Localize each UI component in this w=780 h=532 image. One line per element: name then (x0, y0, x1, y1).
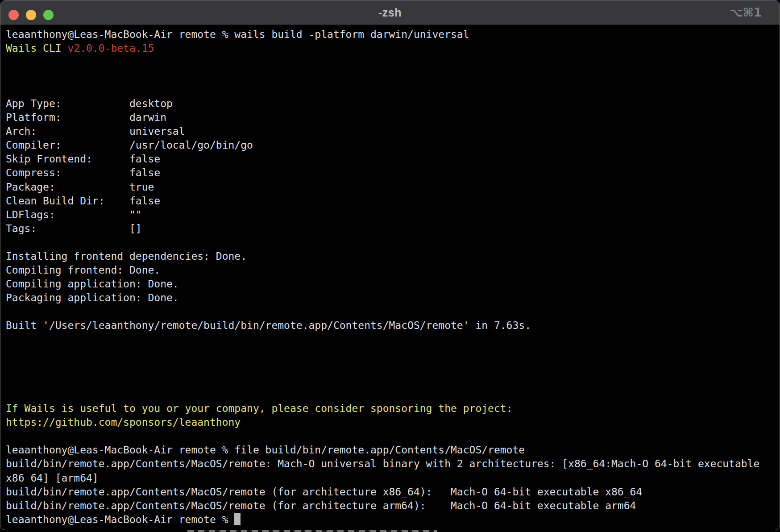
terminal-cursor (234, 513, 241, 525)
terminal-text-segment: build/bin/remote.app/Contents/MacOS/remo… (6, 500, 636, 511)
window-title: -zsh (0, 0, 780, 25)
terminal-text-segment: If Wails is useful to you or your compan… (6, 403, 512, 414)
terminal-screen[interactable]: leaanthony@Leas-MacBook-Air remote % wai… (0, 25, 780, 530)
terminal-text-segment: https://github.com/sponsors/leaanthony (6, 416, 241, 428)
config-value: universal (129, 125, 185, 137)
terminal-text-segment: v2.0.0-beta.15 (67, 42, 154, 54)
terminal-line-14: LDFlags:"" (6, 208, 774, 222)
terminal-line-24 (6, 346, 774, 360)
config-label: Platform: (6, 111, 129, 125)
terminal-line-34: build/bin/remote.app/Contents/MacOS/remo… (6, 485, 774, 499)
terminal-text-segment: leaanthony@Leas-MacBook-Air remote % fil… (6, 444, 525, 456)
terminal-line-21 (6, 305, 774, 319)
window-titlebar[interactable]: -zsh ⌥⌘1 (0, 0, 780, 25)
terminal-line-8: Arch:universal (6, 125, 774, 138)
terminal-line-32: build/bin/remote.app/Contents/MacOS/remo… (6, 457, 774, 471)
config-label: App Type: (6, 97, 129, 111)
terminal-line-3 (6, 55, 774, 69)
config-label: Package: (6, 180, 129, 194)
terminal-line-17: Installing frontend dependencies: Done. (6, 249, 774, 263)
terminal-line-33: x86_64] [arm64] (6, 471, 774, 485)
terminal-line-22: Built '/Users/leaanthony/remote/build/bi… (6, 319, 774, 332)
screenshot-stage: -zsh ⌥⌘1 leaanthony@Leas-MacBook-Air rem… (0, 0, 780, 532)
config-label: Tags: (6, 222, 129, 236)
terminal-line-2: Wails CLI v2.0.0-beta.15 (6, 42, 774, 55)
terminal-text-segment: Wails CLI (6, 42, 67, 54)
terminal-line-16 (6, 236, 774, 249)
terminal-line-6: App Type:desktop (6, 97, 774, 111)
keyboard-shortcut-badge: ⌥⌘1 (730, 0, 762, 25)
config-value: /usr/local/go/bin/go (129, 139, 253, 151)
terminal-line-7: Platform:darwin (6, 111, 774, 125)
terminal-line-25 (6, 360, 774, 374)
terminal-line-9: Compiler:/usr/local/go/bin/go (6, 138, 774, 152)
terminal-text-segment: leaanthony@Leas-MacBook-Air remote % (6, 514, 234, 525)
terminal-text-segment: Built '/Users/leaanthony/remote/build/bi… (6, 320, 531, 331)
config-value: false (129, 167, 160, 179)
terminal-text-segment: x86_64] [arm64] (6, 472, 99, 484)
terminal-text-segment: Compiling application: Done. (6, 278, 179, 290)
config-label: Clean Build Dir: (6, 194, 129, 208)
terminal-line-23 (6, 332, 774, 346)
terminal-line-18: Compiling frontend: Done. (6, 263, 774, 277)
terminal-line-4 (6, 69, 774, 83)
terminal-line-31: leaanthony@Leas-MacBook-Air remote % fil… (6, 443, 774, 457)
terminal-text-segment: build/bin/remote.app/Contents/MacOS/remo… (6, 458, 759, 470)
terminal-line-19: Compiling application: Done. (6, 277, 774, 291)
terminal-line-15: Tags:[] (6, 222, 774, 236)
terminal-line-28: If Wails is useful to you or your compan… (6, 402, 774, 416)
config-value: false (129, 195, 160, 207)
config-value: false (129, 153, 160, 165)
terminal-line-13: Clean Build Dir:false (6, 194, 774, 208)
config-value: desktop (129, 98, 173, 109)
terminal-text-segment: build/bin/remote.app/Contents/MacOS/remo… (6, 486, 642, 498)
background-window-sliver (187, 530, 437, 532)
config-label: Compress: (6, 166, 129, 180)
terminal-text-segment: Packaging application: Done. (6, 292, 179, 303)
terminal-line-29: https://github.com/sponsors/leaanthony (6, 416, 774, 429)
config-value: darwin (129, 112, 166, 123)
terminal-line-27 (6, 388, 774, 402)
terminal-line-20: Packaging application: Done. (6, 291, 774, 305)
terminal-window: -zsh ⌥⌘1 leaanthony@Leas-MacBook-Air rem… (0, 0, 780, 530)
config-label: LDFlags: (6, 208, 129, 222)
terminal-line-10: Skip Frontend:false (6, 152, 774, 166)
terminal-text-segment: Compiling frontend: Done. (6, 264, 160, 276)
terminal-line-5 (6, 83, 774, 97)
terminal-line-26 (6, 374, 774, 388)
config-value: true (129, 181, 154, 193)
config-value: [] (129, 223, 142, 234)
terminal-line-30 (6, 429, 774, 443)
config-label: Skip Frontend: (6, 152, 129, 166)
config-label: Arch: (6, 125, 129, 138)
config-value: "" (129, 209, 142, 220)
terminal-line-35: build/bin/remote.app/Contents/MacOS/remo… (6, 499, 774, 513)
terminal-line-12: Package:true (6, 180, 774, 194)
terminal-text-segment: Installing frontend dependencies: Done. (6, 250, 247, 262)
terminal-line-36: leaanthony@Leas-MacBook-Air remote % (6, 513, 774, 527)
terminal-text-segment: leaanthony@Leas-MacBook-Air remote % wai… (6, 29, 469, 40)
terminal-line-1: leaanthony@Leas-MacBook-Air remote % wai… (6, 28, 774, 42)
terminal-line-11: Compress:false (6, 166, 774, 180)
config-label: Compiler: (6, 138, 129, 152)
